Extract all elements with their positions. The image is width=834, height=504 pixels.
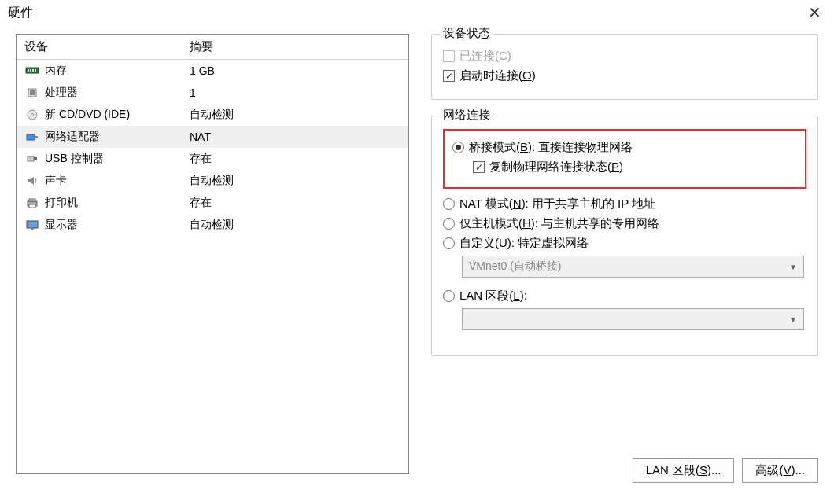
device-summary: NAT: [190, 131, 408, 143]
lan-segment-label: LAN 区段(L):: [459, 289, 527, 304]
svg-rect-3: [32, 69, 34, 72]
device-row-display[interactable]: 显示器 自动检测: [17, 214, 408, 236]
printer-icon: [24, 196, 40, 210]
custom-vmnet-dropdown: VMnet0 (自动桥接) ▼: [462, 256, 804, 278]
svg-marker-13: [28, 177, 34, 185]
replicate-physical-checkbox[interactable]: ✓: [473, 161, 485, 173]
device-row-sound[interactable]: 声卡 自动检测: [17, 170, 408, 192]
summary-column-header[interactable]: 摘要: [190, 39, 408, 54]
device-summary: 自动检测: [190, 108, 408, 122]
hostonly-radio[interactable]: [443, 218, 455, 230]
device-list-header: 设备 摘要: [17, 35, 408, 60]
chevron-down-icon: ▼: [789, 263, 797, 271]
device-summary: 存在: [190, 152, 408, 166]
sound-icon: [24, 174, 40, 188]
device-name: 内存: [45, 64, 67, 78]
lan-segment-radio[interactable]: [443, 290, 455, 302]
connected-checkbox: [443, 50, 455, 62]
device-row-network-adapter[interactable]: 网络适配器 NAT: [17, 126, 408, 148]
bridged-radio-row[interactable]: 桥接模式(B): 直接连接物理网络: [452, 140, 797, 155]
device-name: 处理器: [45, 86, 78, 100]
svg-rect-16: [29, 204, 35, 208]
svg-rect-11: [28, 156, 34, 161]
device-row-memory[interactable]: 内存 1 GB: [17, 60, 408, 82]
memory-icon: [24, 64, 40, 78]
hostonly-radio-row[interactable]: 仅主机模式(H): 与主机共享的专用网络: [443, 216, 806, 231]
svg-rect-6: [30, 90, 35, 95]
svg-rect-17: [27, 221, 38, 228]
advanced-button[interactable]: 高级(V)...: [742, 458, 818, 483]
device-row-printer[interactable]: 打印机 存在: [17, 192, 408, 214]
cd-icon: [24, 108, 40, 122]
svg-rect-1: [28, 69, 29, 72]
device-summary: 自动检测: [190, 174, 408, 188]
bridged-label: 桥接模式(B): 直接连接物理网络: [469, 140, 633, 155]
device-column-header[interactable]: 设备: [24, 39, 190, 54]
custom-vmnet-value: VMnet0 (自动桥接): [469, 259, 561, 274]
hostonly-label: 仅主机模式(H): 与主机共享的专用网络: [459, 216, 659, 231]
custom-radio[interactable]: [443, 237, 455, 249]
chevron-down-icon: ▼: [789, 315, 797, 324]
device-summary: 自动检测: [190, 218, 408, 232]
network-connection-group: 网络连接 桥接模式(B): 直接连接物理网络 ✓ 复制物理网络连接状态(P) N…: [431, 116, 818, 356]
nat-radio[interactable]: [443, 198, 455, 210]
device-name: 新 CD/DVD (IDE): [45, 108, 130, 122]
svg-rect-9: [27, 134, 35, 140]
device-name: 网络适配器: [45, 130, 100, 144]
device-row-usb[interactable]: USB 控制器 存在: [17, 148, 408, 170]
device-status-legend: 设备状态: [440, 26, 493, 41]
nic-icon: [24, 130, 40, 144]
bridged-radio[interactable]: [452, 142, 464, 153]
display-icon: [24, 218, 40, 232]
usb-icon: [24, 152, 40, 166]
svg-rect-2: [30, 69, 31, 72]
dialog-title: 硬件: [8, 5, 33, 21]
connected-checkbox-row: 已连接(C): [443, 49, 806, 64]
replicate-physical-row[interactable]: ✓ 复制物理网络连接状态(P): [473, 160, 797, 175]
device-row-cd[interactable]: 新 CD/DVD (IDE) 自动检测: [17, 104, 408, 126]
lan-segment-dropdown: ▼: [462, 308, 804, 330]
device-name: 显示器: [45, 218, 78, 232]
device-name: USB 控制器: [45, 152, 104, 166]
custom-label: 自定义(U): 特定虚拟网络: [459, 236, 589, 251]
svg-rect-4: [35, 69, 36, 72]
custom-radio-row[interactable]: 自定义(U): 特定虚拟网络: [443, 236, 806, 251]
device-summary: 1: [190, 86, 408, 99]
device-row-cpu[interactable]: 处理器 1: [17, 82, 408, 104]
svg-rect-15: [29, 199, 35, 201]
svg-point-8: [31, 114, 34, 116]
close-button[interactable]: ✕: [803, 5, 826, 20]
device-list: 设备 摘要 内存 1 GB 处理器: [16, 34, 409, 474]
device-name: 声卡: [45, 174, 67, 188]
svg-rect-10: [35, 136, 38, 138]
connect-at-poweron-checkbox[interactable]: ✓: [443, 70, 455, 82]
network-connection-legend: 网络连接: [440, 108, 493, 123]
highlight-box: 桥接模式(B): 直接连接物理网络 ✓ 复制物理网络连接状态(P): [443, 129, 806, 189]
device-summary: 存在: [190, 196, 408, 210]
connect-at-poweron-row[interactable]: ✓ 启动时连接(O): [443, 68, 806, 83]
connected-label: 已连接(C): [459, 49, 511, 64]
lan-segments-button[interactable]: LAN 区段(S)...: [633, 458, 735, 483]
nat-radio-row[interactable]: NAT 模式(N): 用于共享主机的 IP 地址: [443, 197, 806, 212]
connect-at-poweron-label: 启动时连接(O): [459, 68, 536, 83]
device-name: 打印机: [45, 196, 78, 210]
svg-rect-12: [34, 157, 37, 160]
nat-label: NAT 模式(N): 用于共享主机的 IP 地址: [459, 197, 655, 212]
svg-rect-18: [31, 228, 34, 230]
replicate-physical-label: 复制物理网络连接状态(P): [489, 160, 623, 175]
lan-segment-radio-row[interactable]: LAN 区段(L):: [443, 289, 806, 304]
device-summary: 1 GB: [190, 64, 408, 77]
device-status-group: 设备状态 已连接(C) ✓ 启动时连接(O): [431, 34, 818, 100]
cpu-icon: [24, 86, 40, 100]
